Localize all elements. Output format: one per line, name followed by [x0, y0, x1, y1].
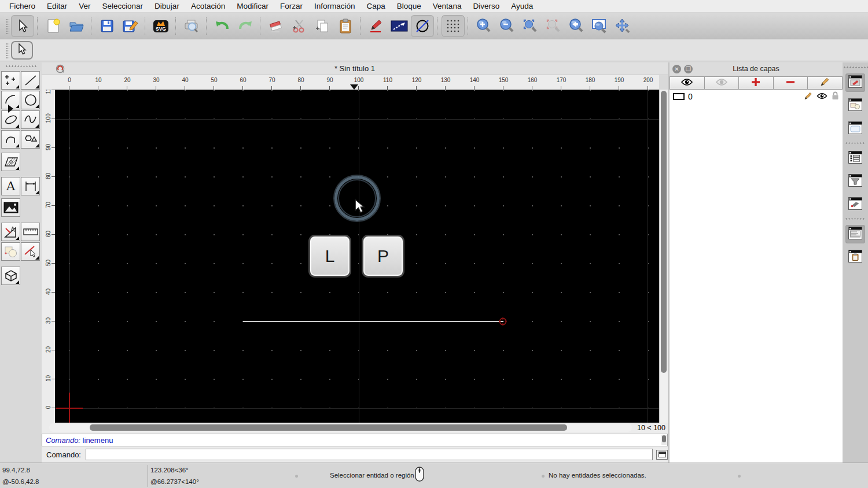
dock-layer-filter-button[interactable]	[845, 172, 865, 191]
menu-editar[interactable]: Editar	[41, 0, 73, 13]
zoom-in-button[interactable]	[472, 15, 495, 37]
select-arrow-button[interactable]	[11, 15, 34, 37]
dimension-tool-button[interactable]	[21, 177, 40, 195]
menu-forzar[interactable]: Forzar	[274, 0, 308, 13]
modify-tool-button[interactable]	[1, 223, 20, 241]
drawing-canvas[interactable]: L P	[55, 90, 659, 423]
circle-line-tool-button[interactable]	[411, 15, 434, 37]
menu-ayuda[interactable]: Ayuda	[505, 0, 539, 13]
layer-lock-icon[interactable]	[827, 91, 839, 102]
spline-tool-button[interactable]	[21, 110, 40, 129]
menu-información[interactable]: Información	[308, 0, 361, 13]
vertical-scrollbar-thumb[interactable]	[661, 91, 667, 373]
h-ruler-mark: 130	[431, 75, 460, 90]
cut-button[interactable]	[288, 15, 311, 37]
block-tool-button[interactable]	[1, 242, 20, 261]
dock-block-list-button[interactable]	[845, 97, 865, 115]
undo-button[interactable]	[211, 15, 234, 37]
zoom-previous-button[interactable]	[565, 15, 588, 37]
zoom-selected-button[interactable]	[542, 15, 565, 37]
svg-export-button[interactable]: SVG	[149, 15, 172, 37]
line-tool-button[interactable]	[21, 71, 40, 90]
layer-row[interactable]: 0	[670, 90, 843, 103]
grid-toggle-button[interactable]	[442, 15, 465, 37]
line-entity[interactable]	[243, 321, 503, 322]
layer-visibility-eye-icon[interactable]	[812, 91, 827, 102]
menu-ver[interactable]: Ver	[73, 0, 96, 13]
hide-all-layers-button[interactable]	[705, 76, 740, 90]
hatch-tool-button[interactable]	[1, 153, 20, 171]
palette-handle[interactable]	[5, 64, 37, 68]
explode-tool-button[interactable]	[21, 242, 40, 261]
measure-tool-button[interactable]	[21, 223, 40, 241]
zoom-out-button[interactable]	[495, 15, 518, 37]
paste-button[interactable]	[334, 15, 357, 37]
zoom-auto-button[interactable]	[518, 15, 542, 37]
circle-tool-button[interactable]	[21, 91, 40, 109]
new-document-button[interactable]	[42, 15, 65, 37]
dock-pen-palette-button[interactable]	[845, 73, 865, 92]
document-titlebar: * Sin título 1	[42, 62, 668, 75]
points-tool-button[interactable]	[1, 71, 20, 90]
text-tool-button[interactable]: A	[1, 177, 20, 195]
svg-text:SVG: SVG	[156, 26, 166, 32]
dock-command-widget-button[interactable]	[845, 225, 865, 243]
horizontal-scrollbar[interactable]	[49, 423, 632, 432]
h-ruler-mark: 170	[547, 75, 576, 90]
print-preview-button[interactable]	[180, 15, 203, 37]
solid-3d-tool-button[interactable]	[1, 267, 20, 285]
copy-button[interactable]	[311, 15, 334, 37]
command-dock-button[interactable]	[656, 450, 668, 460]
menu-diverso[interactable]: Diverso	[467, 0, 505, 13]
cursor-arrow-icon	[16, 43, 28, 58]
pen-attributes-button[interactable]	[365, 15, 388, 37]
polygon-tool-button[interactable]	[21, 130, 40, 149]
delete-eraser-button[interactable]	[264, 15, 288, 37]
pencil-icon	[820, 77, 830, 89]
clipboard-icon	[338, 18, 353, 34]
mouse-cursor-icon	[354, 198, 367, 217]
horizontal-scrollbar-thumb[interactable]	[90, 424, 567, 431]
menu-bloque[interactable]: Bloque	[391, 0, 427, 13]
layers-list: 0	[670, 90, 843, 463]
add-layer-button[interactable]	[739, 76, 774, 90]
line-attributes-button[interactable]	[388, 15, 411, 37]
menu-acotación[interactable]: Acotación	[185, 0, 231, 13]
redo-button[interactable]	[234, 15, 257, 37]
menu-modificar[interactable]: Modificar	[231, 0, 274, 13]
toolbar-handle[interactable]	[5, 18, 9, 34]
vertical-scrollbar[interactable]	[659, 90, 668, 423]
v-ruler-mark: 0	[42, 394, 55, 423]
dock-clipboard-button[interactable]	[845, 248, 865, 267]
command-input[interactable]	[86, 449, 653, 460]
menu-seleccionar[interactable]: Seleccionar	[97, 0, 149, 13]
layer-edit-pencil-icon[interactable]	[800, 91, 812, 102]
window-command-icon	[848, 227, 862, 242]
tool-options-handle[interactable]	[5, 42, 9, 58]
image-tool-button[interactable]	[1, 198, 20, 217]
menu-fichero[interactable]: Fichero	[3, 0, 41, 13]
save-as-button[interactable]	[119, 15, 142, 37]
open-folder-button[interactable]	[65, 15, 88, 37]
polyline-tool-button[interactable]	[1, 130, 20, 149]
dock-layer-list-button[interactable]	[845, 149, 865, 168]
edit-layer-button[interactable]	[808, 76, 843, 90]
zoom-window-button[interactable]	[588, 15, 611, 37]
default-action-button[interactable]	[11, 41, 33, 60]
zoom-pan-button[interactable]	[611, 15, 634, 37]
dock-pen-wizard-button[interactable]	[845, 195, 865, 214]
command-history-scrollbar-thumb[interactable]	[662, 435, 666, 442]
menu-dibujar[interactable]: Dibujar	[149, 0, 185, 13]
show-all-layers-button[interactable]	[670, 76, 705, 90]
ellipse-tool-button[interactable]	[1, 110, 20, 129]
menu-ventana[interactable]: Ventana	[427, 0, 468, 13]
save-button[interactable]	[95, 15, 119, 37]
dock-strip-handle[interactable]	[843, 65, 868, 69]
metagrid-line	[359, 90, 359, 423]
menu-capa[interactable]: Capa	[361, 0, 391, 13]
command-history-scrollbar[interactable]	[661, 435, 667, 445]
remove-layer-button[interactable]	[774, 76, 808, 90]
layer-color-swatch[interactable]	[673, 93, 685, 100]
ruler-icon	[23, 227, 38, 236]
dock-library-browser-button[interactable]	[845, 120, 865, 138]
